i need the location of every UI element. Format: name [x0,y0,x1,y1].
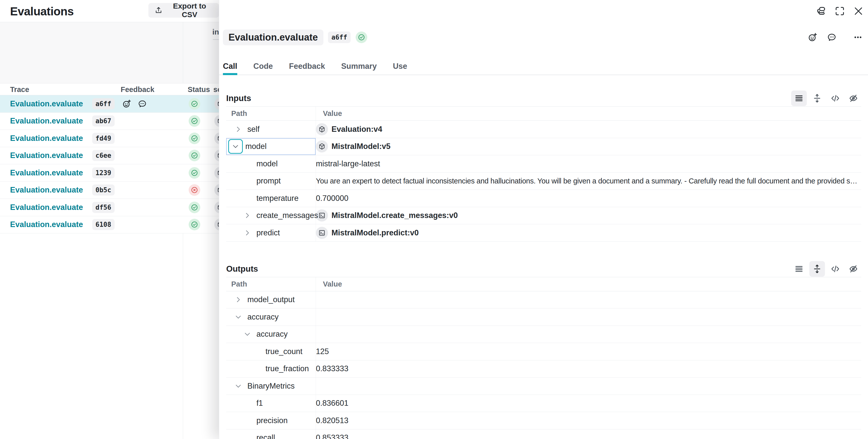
op-ref-link[interactable]: MistralModel.predict:v0 [332,228,418,237]
close-icon[interactable] [852,5,865,17]
chevron-down-icon[interactable] [234,382,247,390]
column-header-status[interactable]: Status [188,83,210,95]
path-label: predict [256,228,280,237]
path-label: precision [256,416,288,425]
table-row[interactable]: Evaluation.evaluate 1239 [0,164,219,182]
status-error-icon [189,184,200,196]
chevron-right-icon[interactable] [243,229,256,237]
export-csv-label: Export to CSV [166,2,213,19]
expanded-view-icon[interactable] [809,90,825,106]
output-row-accuracy: accuracy [226,309,861,326]
status-success-icon [189,115,200,127]
call-id-badge: a6ff [328,31,351,43]
status-success-icon [189,98,200,110]
tab-feedback[interactable]: Feedback [289,58,325,75]
value-text: 0.820513 [316,416,348,425]
value-column-header: Value [316,107,861,120]
object-ref-link[interactable]: MistralModel:v5 [332,142,391,151]
call-id-badge: df56 [92,202,115,213]
panel-tabs: Call Code Feedback Summary Use [219,58,868,75]
column-header-trace[interactable]: Trace [10,83,29,95]
op-ref-link[interactable]: MistralModel.create_messages:v0 [332,211,458,220]
comment-icon[interactable] [826,31,838,43]
output-row-recall: recall 0.853333 [226,430,861,439]
tab-use[interactable]: Use [393,58,407,75]
trace-link[interactable]: Evaluation.evaluate [10,185,83,195]
path-label: model_output [247,295,295,304]
trace-link[interactable]: Evaluation.evaluate [10,116,83,125]
input-row-self: self Evaluation:v4 [226,121,861,138]
status-success-icon [189,219,200,230]
trace-link[interactable]: Evaluation.evaluate [10,220,83,229]
chevron-right-icon[interactable] [243,211,256,220]
hide-view-icon[interactable] [845,261,861,277]
comment-icon[interactable] [137,99,147,109]
chevron-right-icon[interactable] [234,296,247,304]
output-row-precision: precision 0.820513 [226,412,861,430]
code-view-icon[interactable] [828,90,843,106]
table-row[interactable]: Evaluation.evaluate df56 [0,199,219,216]
table-row[interactable]: Evaluation.evaluate c6ee [0,147,219,165]
page-title: Evaluations [10,4,74,18]
output-row-model-output: model_output [226,291,861,309]
outputs-table-header: Path Value [226,277,861,291]
object-ref-link[interactable]: Evaluation:v4 [332,125,382,134]
call-id-badge: 6108 [92,219,115,230]
path-label: temperature [256,194,299,203]
path-label: BinaryMetrics [247,382,295,390]
output-row-true-fraction: true_fraction 0.833333 [226,360,861,378]
value-text: 0.836601 [316,399,348,408]
call-detail-panel: Evaluation.evaluate a6ff Call Code Feedb… [219,0,868,439]
object-icon [316,123,328,135]
overflow-menu-icon[interactable] [853,31,865,43]
hide-view-icon[interactable] [845,90,861,106]
table-row[interactable]: Evaluation.evaluate 6108 [0,216,219,234]
trace-link[interactable]: Evaluation.evaluate [10,168,83,177]
chevron-down-icon[interactable] [234,313,247,321]
table-row[interactable]: Evaluation.evaluate fd49 [0,130,219,147]
stack-icon[interactable] [815,5,827,17]
expanded-view-icon[interactable] [809,261,825,277]
code-view-icon[interactable] [828,261,843,277]
reaction-add-icon[interactable] [122,99,131,109]
table-row[interactable]: Evaluation.evaluate ab67 [0,113,219,130]
input-row-prompt: prompt You are an expert to detect factu… [226,173,861,190]
chevron-down-icon[interactable] [243,330,256,338]
table-row[interactable]: Evaluation.evaluate 0b5c [0,182,219,199]
outputs-heading: Outputs [226,264,258,274]
inputs-heading: Inputs [226,93,251,103]
input-row-predict: predict MistralModel.predict:v0 [226,224,861,242]
chevron-down-icon[interactable] [228,139,243,154]
value-text: 0.853333 [316,433,348,439]
column-header-feedback[interactable]: Feedback [121,83,154,95]
value-text: 0.700000 [316,194,348,203]
path-label: true_fraction [266,364,309,373]
fullscreen-icon[interactable] [834,5,846,17]
export-csv-button[interactable]: Export to CSV [148,3,219,18]
compact-view-icon[interactable] [791,261,807,277]
page-header: Evaluations Export to CSV [0,0,219,22]
tab-summary[interactable]: Summary [341,58,377,75]
trace-link[interactable]: Evaluation.evaluate [10,203,83,212]
trace-link[interactable]: Evaluation.evaluate [10,134,83,143]
table-row[interactable]: Evaluation.evaluate a6ff [0,95,219,113]
tab-call[interactable]: Call [223,58,237,75]
path-label: true_count [266,347,303,356]
input-row-create-messages: create_messages MistralModel.create_mess… [226,207,861,225]
value-text: You are an expert to detect factual inco… [316,177,859,185]
truncated-label-divider [213,39,219,40]
tab-code[interactable]: Code [253,58,273,75]
trace-table: Evaluation.evaluate a6ff Evaluation.eval… [0,95,219,233]
panel-title[interactable]: Evaluation.evaluate [223,29,323,46]
chevron-right-icon[interactable] [234,125,247,133]
trace-link[interactable]: Evaluation.evaluate [10,99,83,108]
op-icon [316,227,328,239]
inputs-table-header: Path Value [226,107,861,121]
call-id-badge: a6ff [92,98,115,109]
trace-link[interactable]: Evaluation.evaluate [10,151,83,160]
call-id-badge: 0b5c [92,184,115,196]
outputs-view-toolbar [791,261,861,277]
reaction-add-icon[interactable] [807,31,819,43]
charts-filter-zone [0,22,219,83]
compact-view-icon[interactable] [791,90,807,106]
